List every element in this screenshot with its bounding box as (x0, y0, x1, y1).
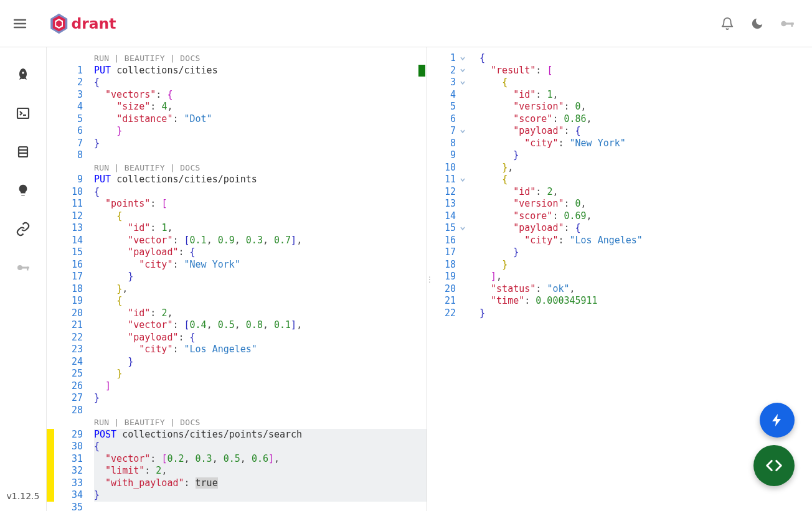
app-header: drant (0, 0, 812, 47)
moon-icon (750, 17, 764, 30)
logo[interactable]: drant (44, 12, 149, 35)
svg-point-8 (781, 21, 786, 26)
bell-icon (720, 17, 734, 30)
svg-text:drant: drant (72, 15, 116, 32)
qdrant-logo-icon: drant (44, 12, 149, 35)
hamburger-icon (12, 16, 27, 31)
api-key-button[interactable] (772, 9, 802, 39)
notifications-button[interactable] (712, 9, 742, 39)
key-icon (779, 16, 795, 32)
theme-toggle[interactable] (742, 9, 772, 39)
svg-rect-10 (791, 22, 793, 27)
menu-toggle[interactable] (5, 9, 35, 39)
